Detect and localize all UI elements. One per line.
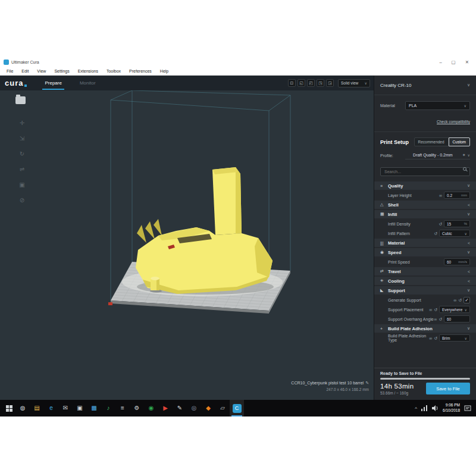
category-speed[interactable]: ◉Speed∨	[374, 248, 476, 256]
taskbar-app-edge[interactable]: e	[44, 400, 58, 416]
origin-marker	[108, 302, 112, 305]
rotate-tool-icon[interactable]: ↻	[18, 150, 26, 158]
chevron-collapsed-icon: <	[468, 203, 470, 207]
open-file-button[interactable]	[15, 96, 26, 104]
menu-preferences[interactable]: Preferences	[125, 69, 156, 73]
action-center-icon[interactable]	[464, 405, 471, 412]
taskbar-app-store[interactable]: ▣	[73, 400, 87, 416]
view-left-icon[interactable]: ◳	[317, 79, 324, 87]
category-label: Quality	[388, 183, 403, 189]
dropdown-field[interactable]: Everywhere∨	[439, 306, 470, 313]
value-field[interactable]: 60mm/s	[444, 258, 470, 265]
setting-label: Build Plate Adhesion Type	[380, 334, 429, 342]
tray-expand-icon[interactable]: ^	[415, 406, 417, 411]
material-value: PLA	[409, 104, 464, 108]
view-front-icon[interactable]: ◱	[298, 79, 305, 87]
network-icon[interactable]	[421, 405, 428, 411]
value-field[interactable]: 15%	[444, 220, 470, 227]
link-icon[interactable]: ∞	[439, 193, 442, 198]
category-support[interactable]: ◣Support∨	[374, 286, 476, 295]
tab-prepare[interactable]: Prepare	[45, 76, 61, 90]
profile-dropdown[interactable]: Draft Quality - 0.2mm ✶ ∨	[405, 151, 470, 159]
taskbar-clock[interactable]: 9:06 PM 6/10/2018	[443, 403, 460, 414]
machine-selector[interactable]: Creality CR-10 ∨	[374, 76, 476, 95]
maximize-button[interactable]: ▢	[452, 60, 456, 65]
link-icon[interactable]: ∞	[429, 308, 432, 312]
category-cooling[interactable]: ✳Cooling<	[374, 277, 476, 285]
start-button[interactable]	[2, 400, 15, 416]
menu-file[interactable]: File	[2, 69, 17, 73]
menu-settings[interactable]: Settings	[50, 69, 73, 73]
view-right-icon[interactable]: ◲	[326, 79, 334, 87]
menu-view[interactable]: View	[33, 69, 50, 73]
category-shell[interactable]: △Shell<	[374, 201, 476, 209]
taskbar-app-cortana[interactable]: ◍	[15, 400, 30, 416]
link-icon[interactable]: ∞	[429, 336, 432, 340]
checkbox[interactable]: ✓	[464, 297, 470, 303]
mirror-tool-icon[interactable]: ⇌	[18, 165, 26, 173]
taskbar-app-settings[interactable]: ⚙	[130, 400, 144, 416]
value-field[interactable]: 60	[444, 315, 470, 322]
dropdown-field[interactable]: Brim∨	[439, 334, 470, 342]
settings-list: ≡Quality∨Layer Height∞0.2mm△Shell<▦Infil…	[374, 180, 476, 342]
support-blocker-tool-icon[interactable]: ⊘	[18, 196, 26, 204]
reset-icon[interactable]: ↺	[439, 222, 442, 226]
save-to-file-button[interactable]: Save to File	[426, 383, 470, 394]
custom-button[interactable]: Custom	[449, 137, 470, 146]
reset-icon[interactable]: ↺	[434, 231, 437, 236]
scale-tool-icon[interactable]: ⇲	[18, 134, 26, 142]
reset-icon[interactable]: ↺	[434, 336, 437, 340]
close-button[interactable]: ✕	[465, 60, 469, 65]
view-top-icon[interactable]: ◰	[307, 79, 315, 87]
link-icon[interactable]: ∞	[434, 317, 437, 321]
taskbar-app-photos[interactable]: ▩	[87, 400, 101, 416]
category-quality[interactable]: ≡Quality∨	[374, 181, 476, 190]
move-tool-icon[interactable]: ✛	[18, 119, 26, 127]
tab-monitor[interactable]: Monitor	[80, 76, 96, 90]
menu-help[interactable]: Help	[156, 69, 173, 73]
volume-icon[interactable]	[432, 405, 439, 411]
taskbar-app-file-explorer[interactable]: ▤	[30, 400, 44, 416]
taskbar-app-mail[interactable]: ✉	[58, 400, 73, 416]
menu-edit[interactable]: Edit	[17, 69, 33, 73]
menu-extensions[interactable]: Extensions	[74, 69, 102, 73]
category-build-plate-adhesion[interactable]: +Build Plate Adhesion∨	[374, 324, 476, 333]
check-compatibility-link[interactable]: Check compatibility	[437, 120, 470, 124]
reset-icon[interactable]: ↺	[439, 317, 442, 321]
edit-name-icon[interactable]: ✎	[365, 381, 369, 385]
menu-bar: FileEditViewSettingsExtensionsToolboxPre…	[0, 67, 476, 76]
view-3d-icon[interactable]: ⊡	[288, 79, 296, 87]
category-travel[interactable]: ⇄Travel<	[374, 267, 476, 275]
reset-icon[interactable]: ↺	[458, 298, 462, 302]
taskbar-app-calculator[interactable]: ≡	[115, 400, 130, 416]
minimize-button[interactable]: –	[439, 60, 441, 65]
windows-taskbar: ◍▤e✉▣▩♪≡⚙◉▶✎◎◆▱C ^ 9:06 PM 6/10/2018	[0, 400, 476, 416]
chevron-down-icon: ∨	[464, 104, 466, 108]
taskbar-app-notepad[interactable]: ▱	[215, 400, 230, 416]
view-mode-dropdown[interactable]: Solid view ∨	[338, 79, 370, 87]
taskbar-app-music[interactable]: ♪	[101, 400, 115, 416]
reset-icon[interactable]: ↺	[434, 308, 437, 312]
taskbar-app-blender[interactable]: ◆	[201, 400, 215, 416]
material-dropdown[interactable]: PLA ∨	[405, 101, 470, 110]
search-icon	[463, 167, 466, 171]
taskbar-app-video[interactable]: ▶	[158, 400, 173, 416]
print-time-estimate: 14h 53min	[380, 383, 414, 390]
taskbar-app-paint[interactable]: ✎	[173, 400, 187, 416]
taskbar-app-xbox[interactable]: ◉	[144, 400, 158, 416]
value-field[interactable]: 0.2mm	[444, 192, 470, 199]
search-input[interactable]	[380, 167, 470, 176]
print-setup-title: Print Setup	[380, 139, 409, 145]
setting-generate-support: Generate Support∞↺✓	[374, 296, 476, 304]
dropdown-field[interactable]: Cubic∨	[439, 230, 470, 237]
category-material[interactable]: |||Material<	[374, 239, 476, 247]
link-icon[interactable]: ∞	[453, 298, 456, 302]
taskbar-app-steam[interactable]: ◎	[187, 400, 201, 416]
viewport-3d[interactable]: ✛⇲↻⇌▣⊘ CCR10_Cyberpunk pistol test 10 ba…	[0, 90, 374, 400]
per-model-settings-tool-icon[interactable]: ▣	[18, 181, 26, 189]
taskbar-app-cura[interactable]: C	[230, 400, 244, 416]
recommended-button[interactable]: Recommended	[414, 137, 449, 146]
category-label: Infill	[388, 212, 397, 217]
menu-toolbox[interactable]: Toolbox	[102, 69, 125, 73]
category-infill[interactable]: ▦Infill∨	[374, 210, 476, 218]
